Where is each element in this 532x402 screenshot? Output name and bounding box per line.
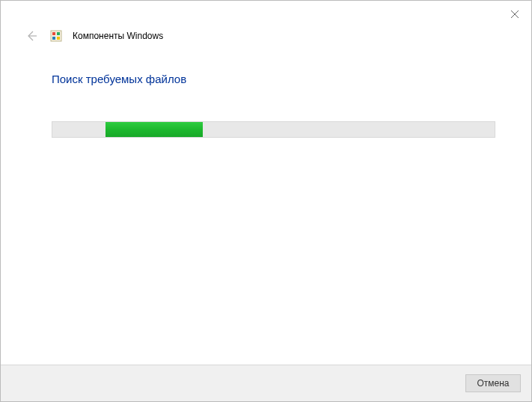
windows-features-icon — [50, 30, 62, 42]
back-button — [23, 28, 40, 44]
progress-segment — [106, 122, 203, 137]
cancel-button[interactable]: Отмена — [465, 374, 521, 392]
window-title: Компоненты Windows — [73, 31, 163, 41]
dialog-window: Компоненты Windows Поиск требуемых файло… — [0, 0, 532, 402]
svg-rect-6 — [52, 37, 55, 40]
close-button[interactable] — [507, 7, 522, 22]
page-heading: Поиск требуемых файлов — [52, 73, 495, 85]
progress-bar — [52, 121, 495, 138]
arrow-left-icon — [25, 29, 38, 43]
footer: Отмена — [1, 365, 531, 401]
header-row: Компоненты Windows — [1, 25, 531, 44]
svg-rect-4 — [52, 32, 55, 35]
svg-rect-5 — [57, 32, 60, 35]
content-area: Поиск требуемых файлов — [1, 44, 531, 365]
svg-rect-7 — [57, 37, 60, 40]
close-icon — [510, 10, 519, 19]
titlebar — [1, 1, 531, 25]
